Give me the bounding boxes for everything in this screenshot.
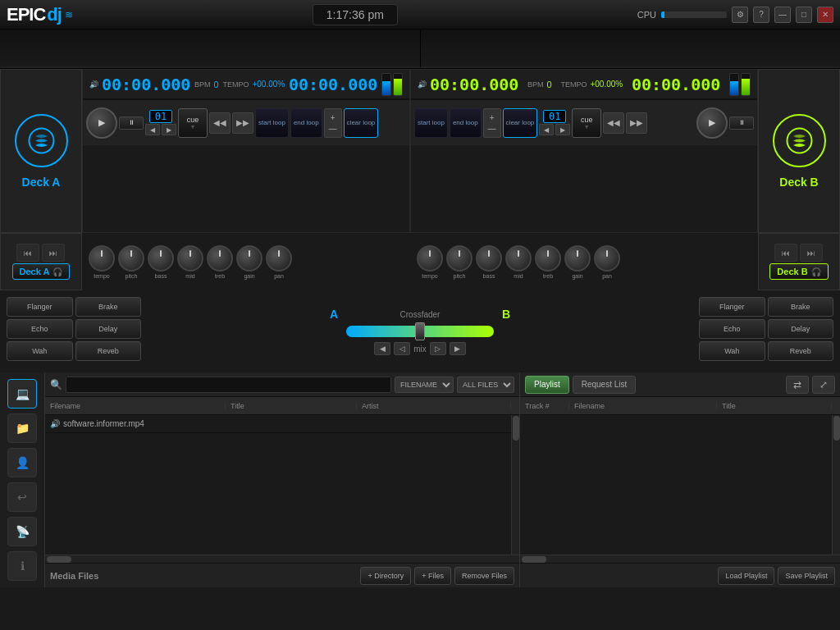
deck-a-pitch-knob[interactable] xyxy=(118,245,144,272)
deck-a-mid-knob[interactable] xyxy=(177,245,203,272)
delay-a-button[interactable]: Delay xyxy=(75,319,142,339)
flanger-a-button[interactable]: Flanger xyxy=(7,297,73,317)
deck-a-ff-button[interactable]: ⏮ xyxy=(16,244,39,262)
deck-b-ff-button[interactable]: ⏮ xyxy=(774,244,797,262)
deck-a-rew-button[interactable]: ⏭ xyxy=(42,244,65,262)
list-item[interactable]: 🔊 software.informer.mp4 xyxy=(45,415,511,433)
deck-a-track-prev[interactable]: ◀ xyxy=(145,124,160,135)
deck-a-fader-2[interactable] xyxy=(393,73,403,96)
deck-a-track-next[interactable]: ▶ xyxy=(162,124,176,135)
deck-a-label-btn[interactable]: Deck A 🎧 xyxy=(12,263,71,280)
filename-dropdown[interactable]: FILENAME xyxy=(395,377,454,393)
file-list-h-scrollbar-thumb[interactable] xyxy=(47,556,71,563)
playlist-shuffle-icon[interactable]: ⤢ xyxy=(812,376,835,394)
remove-files-button[interactable]: Remove Files xyxy=(454,567,514,585)
deck-b-bass-knob[interactable] xyxy=(476,245,502,272)
deck-a-seek-back[interactable]: ◀◀ xyxy=(209,112,231,134)
deck-b-rew-button[interactable]: ⏭ xyxy=(800,244,823,262)
deck-b-pause-button[interactable]: ⏸ xyxy=(729,116,754,130)
brake-b-button[interactable]: Brake xyxy=(768,297,834,317)
deck-b-pitch-knob[interactable] xyxy=(446,245,472,272)
deck-b-track-next[interactable]: ▶ xyxy=(555,124,570,135)
mix-next-button[interactable]: ▷ xyxy=(430,342,446,355)
reverb-b-button[interactable]: Reveb xyxy=(768,341,834,361)
playlist-scrollbar[interactable] xyxy=(832,415,840,555)
deck-a-bass-knob[interactable] xyxy=(148,245,174,272)
load-playlist-button[interactable]: Load Playlist xyxy=(718,567,774,585)
deck-b-cue-button[interactable]: cue ▼ xyxy=(572,108,601,138)
sidebar-icon-user[interactable]: 👤 xyxy=(7,448,37,477)
sidebar-icon-info[interactable]: ℹ xyxy=(7,551,37,581)
deck-b-fader-2[interactable] xyxy=(741,73,751,96)
deck-a-play-button[interactable]: ▶ xyxy=(86,107,117,139)
brake-a-button[interactable]: Brake xyxy=(75,297,142,317)
playlist-transfer-icon[interactable]: ⇄ xyxy=(786,376,809,394)
deck-a-end-loop[interactable]: end loop xyxy=(290,108,322,138)
search-input[interactable] xyxy=(66,377,391,393)
playlist-h-scrollbar[interactable] xyxy=(520,555,840,563)
mix-prev2-button[interactable]: ◁ xyxy=(394,342,410,355)
deck-a-cue-button[interactable]: cue ▼ xyxy=(178,108,208,138)
add-files-button[interactable]: + Files xyxy=(414,567,451,585)
deck-b-track-prev[interactable]: ◀ xyxy=(539,124,554,135)
deck-b-play-button[interactable]: ▶ xyxy=(696,107,728,139)
crossfader-title: Crossfader xyxy=(400,310,441,319)
mix-next2-button[interactable]: ▶ xyxy=(450,342,466,355)
deck-b-seek-back[interactable]: ◀◀ xyxy=(603,112,624,134)
maximize-button[interactable]: □ xyxy=(796,7,812,23)
add-directory-button[interactable]: + Directory xyxy=(360,567,411,585)
save-playlist-button[interactable]: Save Playlist xyxy=(778,567,835,585)
reverb-a-button[interactable]: Reveb xyxy=(75,341,142,361)
close-button[interactable]: ✕ xyxy=(817,7,833,23)
tab-request-list[interactable]: Request List xyxy=(573,376,637,394)
deck-b-tempo-knob[interactable] xyxy=(417,245,443,272)
deck-b-loop-plus[interactable]: +— xyxy=(483,108,501,138)
deck-b-mid-knob[interactable] xyxy=(505,245,532,272)
wah-a-button[interactable]: Wah xyxy=(7,341,73,361)
deck-b-clear-loop[interactable]: clear loop xyxy=(503,108,538,138)
waveform-deck-b[interactable] xyxy=(421,30,841,68)
deck-a-gain-knob[interactable] xyxy=(236,245,262,272)
deck-b-pan-knob[interactable] xyxy=(594,245,620,272)
all-files-dropdown[interactable]: ALL FILES xyxy=(457,377,514,393)
file-list-h-scrollbar[interactable] xyxy=(45,555,519,563)
deck-b-label-btn[interactable]: Deck B 🎧 xyxy=(769,263,828,280)
mix-prev-button[interactable]: ◀ xyxy=(374,342,390,355)
echo-b-button[interactable]: Echo xyxy=(699,319,765,339)
file-list-scrollbar-thumb[interactable] xyxy=(513,416,519,441)
help-button[interactable]: ? xyxy=(753,7,769,23)
sidebar-icon-rss[interactable]: 📡 xyxy=(7,517,37,546)
wah-b-button[interactable]: Wah xyxy=(699,341,765,361)
deck-a-fader-1[interactable] xyxy=(381,73,391,96)
deck-b-fader-1[interactable] xyxy=(729,73,739,96)
crossfader-track[interactable] xyxy=(346,326,494,337)
sidebar-icon-computer[interactable]: 💻 xyxy=(7,379,37,409)
deck-a-seek-fwd[interactable]: ▶▶ xyxy=(232,112,253,134)
deck-b-gain-knob[interactable] xyxy=(564,245,591,272)
playlist-h-scrollbar-thumb[interactable] xyxy=(522,556,546,563)
tab-playlist[interactable]: Playlist xyxy=(525,376,569,394)
deck-b-treb-knob[interactable] xyxy=(535,245,561,272)
file-list-scrollbar[interactable] xyxy=(511,415,519,555)
playlist-scrollbar-thumb[interactable] xyxy=(833,416,840,441)
deck-a-treb-knob[interactable] xyxy=(207,245,233,272)
echo-a-button[interactable]: Echo xyxy=(7,319,73,339)
crossfader-thumb[interactable] xyxy=(415,322,425,340)
delay-b-button[interactable]: Delay xyxy=(768,319,834,339)
flanger-b-button[interactable]: Flanger xyxy=(699,297,765,317)
minimize-button[interactable]: — xyxy=(774,7,791,23)
deck-a-start-loop[interactable]: start loop xyxy=(255,108,289,138)
settings-button[interactable]: ⚙ xyxy=(732,7,748,23)
sidebar-icon-history[interactable]: ↩ xyxy=(7,482,37,512)
deck-a-pause-button[interactable]: ⏸ xyxy=(119,116,144,130)
deck-b-start-loop[interactable]: start loop xyxy=(414,108,448,138)
waveform-deck-a[interactable] xyxy=(0,30,421,68)
deck-b-end-loop[interactable]: end loop xyxy=(450,108,482,138)
deck-a-loop-plus[interactable]: +— xyxy=(324,108,342,138)
search-icon[interactable]: 🔍 xyxy=(50,379,62,390)
deck-a-clear-loop[interactable]: clear loop xyxy=(344,108,379,138)
sidebar-icon-folder[interactable]: 📁 xyxy=(7,413,37,443)
deck-a-tempo-knob[interactable] xyxy=(89,245,115,272)
deck-a-pan-knob[interactable] xyxy=(266,245,292,272)
deck-b-seek-fwd[interactable]: ▶▶ xyxy=(626,112,647,134)
